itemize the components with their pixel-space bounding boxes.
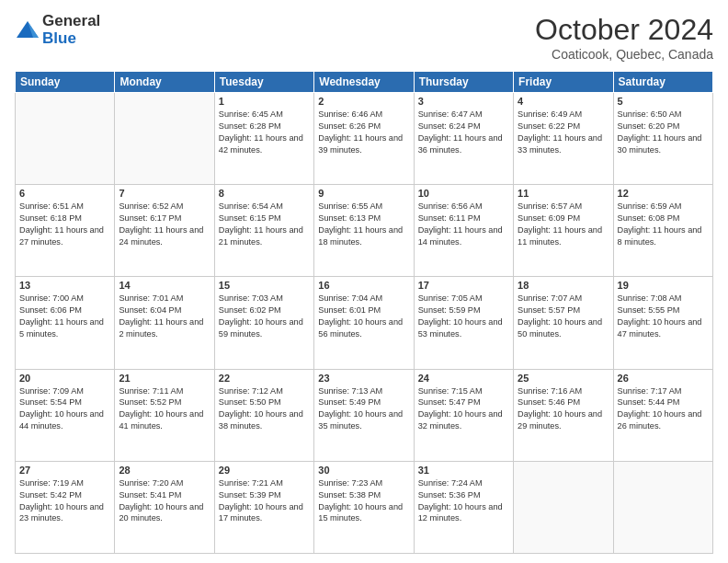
day-info: Sunrise: 7:15 AMSunset: 5:47 PMDaylight:…: [418, 385, 509, 433]
calendar-cell: [514, 461, 613, 553]
day-info: Sunrise: 7:05 AMSunset: 5:59 PMDaylight:…: [418, 293, 509, 340]
day-info: Sunrise: 7:13 AMSunset: 5:49 PMDaylight:…: [318, 385, 409, 433]
sunset-text: Sunset: 5:57 PM: [518, 304, 609, 316]
daylight-text: Daylight: 10 hours and 23 minutes.: [19, 501, 110, 525]
calendar-header-friday: Friday: [514, 72, 613, 93]
day-number: 25: [518, 373, 609, 384]
daylight-text: Daylight: 10 hours and 38 minutes.: [219, 408, 310, 432]
calendar-cell: 22Sunrise: 7:12 AMSunset: 5:50 PMDayligh…: [214, 369, 313, 461]
calendar-cell: 9Sunrise: 6:55 AMSunset: 6:13 PMDaylight…: [314, 185, 414, 277]
day-info: Sunrise: 7:21 AMSunset: 5:39 PMDaylight:…: [219, 477, 310, 525]
sunrise-text: Sunrise: 7:15 AM: [418, 385, 509, 397]
sunrise-text: Sunrise: 6:45 AM: [219, 109, 310, 121]
logo-blue-text: Blue: [42, 30, 100, 48]
sunset-text: Sunset: 6:17 PM: [119, 213, 210, 224]
calendar-week-4: 20Sunrise: 7:09 AMSunset: 5:54 PMDayligh…: [16, 369, 713, 461]
sunset-text: Sunset: 5:47 PM: [418, 396, 509, 408]
sunset-text: Sunset: 6:26 PM: [318, 121, 409, 132]
day-number: 19: [618, 280, 709, 291]
day-info: Sunrise: 6:47 AMSunset: 6:24 PMDaylight:…: [418, 109, 509, 156]
calendar-cell: 24Sunrise: 7:15 AMSunset: 5:47 PMDayligh…: [414, 369, 513, 461]
calendar-cell: 17Sunrise: 7:05 AMSunset: 5:59 PMDayligh…: [414, 277, 513, 369]
day-info: Sunrise: 7:23 AMSunset: 5:38 PMDaylight:…: [318, 477, 409, 525]
day-number: 15: [219, 280, 310, 291]
day-number: 24: [418, 373, 509, 384]
title-location: Coaticook, Quebec, Canada: [535, 47, 713, 62]
sunset-text: Sunset: 5:49 PM: [318, 396, 409, 408]
calendar-cell: 25Sunrise: 7:16 AMSunset: 5:46 PMDayligh…: [514, 369, 613, 461]
daylight-text: Daylight: 10 hours and 15 minutes.: [318, 501, 409, 525]
sunrise-text: Sunrise: 7:03 AM: [219, 293, 310, 304]
sunrise-text: Sunrise: 6:47 AM: [418, 109, 509, 121]
calendar-cell: 8Sunrise: 6:54 AMSunset: 6:15 PMDaylight…: [214, 185, 313, 277]
daylight-text: Daylight: 10 hours and 47 minutes.: [618, 316, 709, 340]
header: General Blue October 2024 Coaticook, Que…: [15, 13, 713, 62]
daylight-text: Daylight: 10 hours and 59 minutes.: [219, 316, 310, 340]
sunset-text: Sunset: 6:18 PM: [19, 213, 110, 224]
sunrise-text: Sunrise: 7:08 AM: [618, 293, 709, 304]
sunrise-text: Sunrise: 7:01 AM: [119, 293, 210, 304]
daylight-text: Daylight: 11 hours and 39 minutes.: [318, 132, 409, 156]
day-number: 9: [318, 188, 409, 199]
daylight-text: Daylight: 11 hours and 11 minutes.: [518, 224, 609, 248]
calendar-cell: 21Sunrise: 7:11 AMSunset: 5:52 PMDayligh…: [115, 369, 214, 461]
calendar-cell: [115, 93, 214, 185]
sunset-text: Sunset: 5:59 PM: [418, 304, 509, 316]
sunrise-text: Sunrise: 7:12 AM: [219, 385, 310, 397]
daylight-text: Daylight: 10 hours and 35 minutes.: [318, 408, 409, 432]
calendar-week-5: 27Sunrise: 7:19 AMSunset: 5:42 PMDayligh…: [16, 461, 713, 553]
sunset-text: Sunset: 6:06 PM: [19, 304, 110, 316]
calendar-cell: 1Sunrise: 6:45 AMSunset: 6:28 PMDaylight…: [214, 93, 313, 185]
calendar-header-wednesday: Wednesday: [314, 72, 414, 93]
sunset-text: Sunset: 5:50 PM: [219, 396, 310, 408]
calendar-header-thursday: Thursday: [414, 72, 513, 93]
sunset-text: Sunset: 6:11 PM: [418, 213, 509, 224]
sunset-text: Sunset: 5:39 PM: [219, 489, 310, 501]
daylight-text: Daylight: 10 hours and 50 minutes.: [518, 316, 609, 340]
sunrise-text: Sunrise: 7:09 AM: [19, 385, 110, 397]
calendar-cell: 23Sunrise: 7:13 AMSunset: 5:49 PMDayligh…: [314, 369, 414, 461]
daylight-text: Daylight: 10 hours and 56 minutes.: [318, 316, 409, 340]
sunrise-text: Sunrise: 7:17 AM: [618, 385, 709, 397]
sunrise-text: Sunrise: 6:57 AM: [518, 201, 609, 213]
day-number: 22: [219, 373, 310, 384]
calendar-cell: 14Sunrise: 7:01 AMSunset: 6:04 PMDayligh…: [115, 277, 214, 369]
sunset-text: Sunset: 5:36 PM: [418, 489, 509, 501]
daylight-text: Daylight: 10 hours and 12 minutes.: [418, 501, 509, 525]
day-number: 27: [19, 465, 110, 476]
sunrise-text: Sunrise: 6:46 AM: [318, 109, 409, 121]
calendar-cell: 13Sunrise: 7:00 AMSunset: 6:06 PMDayligh…: [16, 277, 115, 369]
daylight-text: Daylight: 11 hours and 5 minutes.: [19, 316, 110, 340]
day-info: Sunrise: 6:57 AMSunset: 6:09 PMDaylight:…: [518, 201, 609, 248]
calendar-cell: 7Sunrise: 6:52 AMSunset: 6:17 PMDaylight…: [115, 185, 214, 277]
day-number: 16: [318, 280, 409, 291]
day-number: 17: [418, 280, 509, 291]
daylight-text: Daylight: 11 hours and 18 minutes.: [318, 224, 409, 248]
calendar-cell: 20Sunrise: 7:09 AMSunset: 5:54 PMDayligh…: [16, 369, 115, 461]
sunset-text: Sunset: 5:46 PM: [518, 396, 609, 408]
daylight-text: Daylight: 11 hours and 2 minutes.: [119, 316, 210, 340]
daylight-text: Daylight: 10 hours and 53 minutes.: [418, 316, 509, 340]
day-number: 13: [19, 280, 110, 291]
calendar-week-1: 1Sunrise: 6:45 AMSunset: 6:28 PMDaylight…: [16, 93, 713, 185]
calendar-header-tuesday: Tuesday: [214, 72, 313, 93]
sunset-text: Sunset: 6:04 PM: [119, 304, 210, 316]
day-info: Sunrise: 6:54 AMSunset: 6:15 PMDaylight:…: [219, 201, 310, 248]
calendar-cell: 3Sunrise: 6:47 AMSunset: 6:24 PMDaylight…: [414, 93, 513, 185]
calendar-cell: 15Sunrise: 7:03 AMSunset: 6:02 PMDayligh…: [214, 277, 313, 369]
daylight-text: Daylight: 11 hours and 24 minutes.: [119, 224, 210, 248]
day-info: Sunrise: 7:03 AMSunset: 6:02 PMDaylight:…: [219, 293, 310, 340]
calendar-cell: 12Sunrise: 6:59 AMSunset: 6:08 PMDayligh…: [613, 185, 712, 277]
logo-icon: [15, 17, 40, 43]
page: General Blue October 2024 Coaticook, Que…: [0, 0, 728, 563]
sunrise-text: Sunrise: 6:50 AM: [618, 109, 709, 121]
day-number: 29: [219, 465, 310, 476]
calendar-cell: 10Sunrise: 6:56 AMSunset: 6:11 PMDayligh…: [414, 185, 513, 277]
calendar-header-row: SundayMondayTuesdayWednesdayThursdayFrid…: [16, 72, 713, 93]
day-info: Sunrise: 6:52 AMSunset: 6:17 PMDaylight:…: [119, 201, 210, 248]
day-info: Sunrise: 7:11 AMSunset: 5:52 PMDaylight:…: [119, 385, 210, 433]
calendar-cell: [16, 93, 115, 185]
sunrise-text: Sunrise: 7:07 AM: [518, 293, 609, 304]
day-number: 2: [318, 96, 409, 107]
sunrise-text: Sunrise: 7:24 AM: [418, 477, 509, 489]
